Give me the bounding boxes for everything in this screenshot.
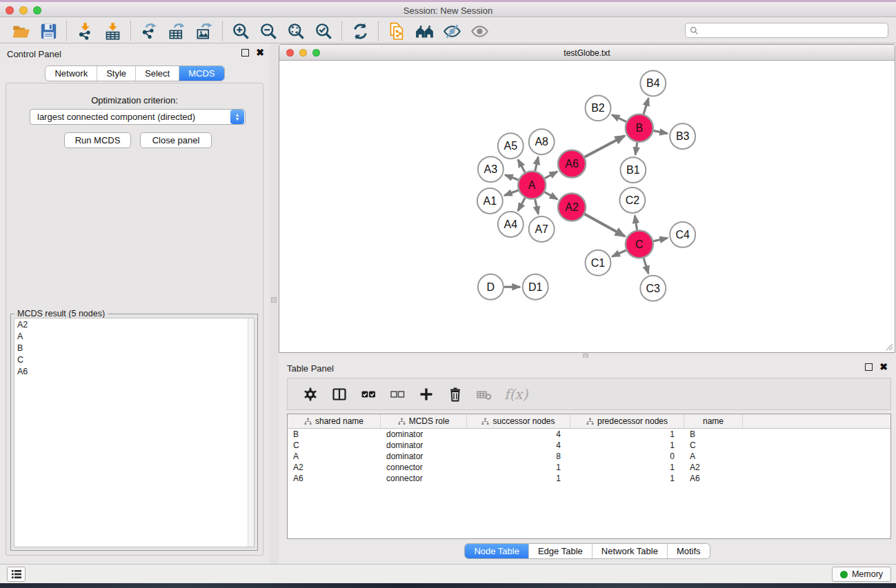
column-header-shared-name[interactable]: shared name <box>288 414 381 428</box>
export-table-icon[interactable] <box>163 20 190 42</box>
close-table-panel-icon[interactable]: ✖ <box>879 363 888 371</box>
graph-node-label: D1 <box>528 281 543 293</box>
float-table-panel-icon[interactable] <box>865 363 873 371</box>
node-table[interactable]: shared nameMCDS rolesuccessor nodesprede… <box>287 414 891 539</box>
export-network-icon[interactable] <box>135 20 163 42</box>
graph-edge-A-A8[interactable] <box>535 157 539 171</box>
zoom-in-icon[interactable] <box>227 20 255 42</box>
tab-network-table[interactable]: Network Table <box>592 544 667 558</box>
table-cell: A2 <box>684 462 743 473</box>
hide-graphics-details-icon[interactable] <box>438 20 466 42</box>
zoom-selected-icon[interactable] <box>310 20 337 42</box>
search-input[interactable] <box>699 26 888 35</box>
criterion-dropdown[interactable]: largest connected component (directed) ▲… <box>30 109 246 125</box>
shared-column-icon <box>304 418 312 425</box>
memory-button[interactable]: Memory <box>832 567 891 582</box>
graph-edge-A-A3[interactable] <box>505 175 518 180</box>
zoom-out-icon[interactable] <box>255 20 282 42</box>
mcds-result-item[interactable]: A6 <box>14 365 254 377</box>
table-row[interactable]: Cdominator41C <box>288 440 890 451</box>
tab-network[interactable]: Network <box>46 66 97 81</box>
graph-edge-A-A1[interactable] <box>504 190 518 196</box>
float-panel-icon[interactable] <box>241 49 249 57</box>
delete-row-icon[interactable] <box>442 381 468 407</box>
graph-edge-A-A2[interactable] <box>545 192 558 199</box>
graph-edge-A-A4[interactable] <box>518 198 525 211</box>
graph-edge-C-C4[interactable] <box>653 238 667 241</box>
graph-edge-B-B2[interactable] <box>612 115 626 122</box>
graph-edge-B-B4[interactable] <box>644 98 648 114</box>
run-mcds-button[interactable]: Run MCDS <box>64 132 131 148</box>
new-session-from-network-icon[interactable] <box>383 20 410 42</box>
tab-motifs[interactable]: Motifs <box>667 544 710 558</box>
graph-edge-A6-B[interactable] <box>585 136 625 157</box>
network-title: testGlobe.txt <box>279 48 895 58</box>
table-cell: 1 <box>467 473 570 484</box>
graph-edge-A-A7[interactable] <box>535 199 539 214</box>
mcds-result-item[interactable]: B <box>14 342 254 354</box>
graph-edge-B-B1[interactable] <box>635 142 637 154</box>
table-cell: A2 <box>288 462 381 473</box>
mcds-result-item[interactable]: A2 <box>14 318 254 330</box>
add-row-icon[interactable] <box>413 381 439 407</box>
function-builder-icon[interactable]: f(x) <box>504 386 528 403</box>
deselect-all-rows-icon[interactable] <box>384 381 410 407</box>
graph-edge-C-C1[interactable] <box>612 250 626 256</box>
table-cell: 4 <box>467 440 570 451</box>
vertical-splitter[interactable] <box>270 43 279 564</box>
table-row[interactable]: A6connector11A6 <box>288 473 890 484</box>
graph-node-label: A <box>528 179 536 191</box>
column-selector-icon[interactable] <box>326 381 352 407</box>
mcds-result-list[interactable]: A2ABCA6 <box>14 318 255 547</box>
graph-node-label: C <box>635 239 644 250</box>
mcds-result-item[interactable]: A <box>14 330 254 342</box>
splitter-handle[interactable] <box>271 297 277 303</box>
open-file-icon[interactable] <box>7 20 34 42</box>
network-canvas[interactable]: B4B2BB3A5A8A6B1A3AC2A1A2A4A7C4CC1C3DD1 <box>279 61 895 352</box>
graph-edge-A-A6[interactable] <box>545 172 557 179</box>
table-row[interactable]: A2connector11A2 <box>288 462 890 473</box>
graph-edge-C-C2[interactable] <box>635 216 637 230</box>
resize-grip-icon[interactable] <box>885 343 893 351</box>
tab-node-table[interactable]: Node Table <box>465 544 528 558</box>
network-graph[interactable]: B4B2BB3A5A8A6B1A3AC2A1A2A4A7C4CC1C3DD1 <box>279 61 895 352</box>
table-row[interactable]: Bdominator41B <box>288 429 890 440</box>
select-all-rows-icon[interactable] <box>355 381 381 407</box>
close-panel-icon[interactable]: ✖ <box>256 49 264 57</box>
table-cell: C <box>684 440 743 451</box>
import-network-icon[interactable] <box>71 20 99 42</box>
table-settings-icon[interactable] <box>297 381 323 407</box>
zoom-fit-icon[interactable] <box>282 20 310 42</box>
column-header-successor-nodes[interactable]: successor nodes <box>467 414 570 428</box>
column-header-MCDS-role[interactable]: MCDS role <box>381 414 467 428</box>
tab-edge-table[interactable]: Edge Table <box>528 544 592 558</box>
graph-edge-A-A5[interactable] <box>518 159 525 172</box>
result-scrollbar[interactable] <box>248 318 254 547</box>
tab-select[interactable]: Select <box>135 66 179 81</box>
save-session-icon[interactable] <box>34 20 62 42</box>
close-panel-button[interactable]: Close panel <box>140 132 212 148</box>
first-neighbors-icon[interactable] <box>346 20 374 42</box>
table-toolbar: f(x) <box>287 378 891 410</box>
tab-mcds[interactable]: MCDS <box>179 66 223 81</box>
home-icon[interactable] <box>410 20 438 42</box>
table-row[interactable]: Adominator80A <box>288 451 890 462</box>
table-cell: C <box>288 440 381 451</box>
task-history-button[interactable] <box>7 567 26 582</box>
search-box[interactable] <box>685 23 888 38</box>
delete-table-icon[interactable] <box>471 381 497 407</box>
show-graphics-details-icon[interactable] <box>466 20 493 42</box>
mcds-result-item[interactable]: C <box>14 354 254 365</box>
table-cell: 4 <box>467 429 570 440</box>
column-header-name[interactable]: name <box>684 414 743 428</box>
import-table-icon[interactable] <box>99 20 126 42</box>
export-image-icon[interactable] <box>190 20 218 42</box>
graph-node-label: A6 <box>565 158 579 170</box>
graph-edge-C-C3[interactable] <box>644 258 648 273</box>
network-window-titlebar[interactable]: testGlobe.txt <box>279 45 895 61</box>
graph-edge-A2-C[interactable] <box>584 214 624 236</box>
column-header-predecessor-nodes[interactable]: predecessor nodes <box>570 414 684 428</box>
graph-edge-B-B3[interactable] <box>653 131 667 134</box>
toolbar-separator <box>222 21 223 41</box>
tab-style[interactable]: Style <box>97 66 135 81</box>
